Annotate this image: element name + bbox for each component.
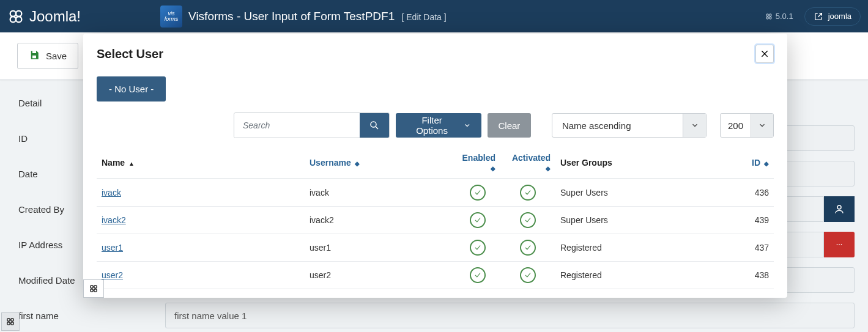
user-enabled-cell (454, 179, 500, 207)
check-icon (470, 212, 486, 228)
user-groups-cell: Super Users (555, 207, 737, 234)
check-icon (520, 212, 536, 228)
col-header-id[interactable]: ID ◆ (737, 147, 774, 179)
filter-options-button[interactable]: Filter Options (396, 113, 481, 138)
select-user-modal: Select User - No User - Filter Options C… (83, 34, 787, 298)
user-name-link[interactable]: user1 (102, 243, 123, 253)
user-id-cell: 437 (737, 234, 774, 262)
user-enabled-cell (454, 207, 500, 234)
user-username-cell: ivack (305, 179, 454, 207)
user-activated-cell (500, 262, 555, 289)
check-icon (520, 267, 536, 283)
table-row: ivackivackSuper Users436 (97, 179, 774, 207)
user-activated-cell (500, 179, 555, 207)
user-id-cell: 438 (737, 262, 774, 289)
table-row: user2user2Registered438 (97, 262, 774, 289)
modal-title: Select User (97, 47, 163, 61)
user-name-link[interactable]: user2 (102, 270, 123, 280)
user-table: Name ▲ Username ◆ Enabled ◆ Activated ◆ … (97, 147, 774, 289)
svg-point-20 (94, 286, 97, 289)
user-name-link[interactable]: ivack (102, 188, 121, 197)
col-header-name[interactable]: Name ▲ (97, 147, 305, 179)
col-header-activated[interactable]: Activated ◆ (500, 147, 555, 179)
col-header-username[interactable]: Username ◆ (305, 147, 454, 179)
check-icon (520, 240, 536, 256)
user-name-link[interactable]: ivack2 (102, 215, 126, 225)
chevron-down-icon (751, 114, 773, 137)
col-header-enabled[interactable]: Enabled ◆ (454, 147, 500, 179)
user-activated-cell (500, 234, 555, 262)
sort-asc-icon: ▲ (128, 160, 135, 167)
user-enabled-cell (454, 234, 500, 262)
user-username-cell: user2 (305, 262, 454, 289)
limit-select-value: 200 (721, 120, 751, 131)
sort-select-value: Name ascending (552, 120, 683, 131)
svg-point-18 (371, 122, 376, 127)
limit-select[interactable]: 200 (720, 113, 774, 138)
table-row: user1user1Registered437 (97, 234, 774, 262)
user-groups-cell: Registered (555, 262, 737, 289)
sort-select[interactable]: Name ascending (552, 113, 707, 138)
no-user-button[interactable]: - No User - (97, 76, 166, 101)
sort-icon: ◆ (355, 160, 360, 167)
sort-icon: ◆ (764, 160, 769, 167)
search-icon (369, 120, 380, 131)
check-icon (470, 185, 486, 201)
col-header-groups: User Groups (555, 147, 737, 179)
modal-close-button[interactable] (755, 45, 774, 63)
filter-bar: Filter Options Clear Name ascending 200 (234, 113, 774, 138)
user-enabled-cell (454, 262, 500, 289)
user-groups-cell: Registered (555, 234, 737, 262)
svg-point-19 (91, 286, 94, 289)
user-groups-cell: Super Users (555, 179, 737, 207)
check-icon (470, 267, 486, 283)
search-button[interactable] (360, 113, 389, 138)
modal-footer-joomla-icon[interactable] (83, 279, 104, 298)
chevron-down-icon (683, 114, 706, 137)
chevron-down-icon (463, 121, 471, 130)
check-icon (520, 185, 536, 201)
table-row: ivack2ivack2Super Users439 (97, 207, 774, 234)
filter-options-label: Filter Options (406, 115, 458, 136)
svg-point-21 (91, 289, 94, 292)
user-id-cell: 439 (737, 207, 774, 234)
user-username-cell: ivack2 (305, 207, 454, 234)
sort-icon: ◆ (546, 165, 551, 172)
user-activated-cell (500, 207, 555, 234)
close-icon (760, 49, 770, 59)
check-icon (470, 240, 486, 256)
svg-point-22 (94, 289, 97, 292)
search-input[interactable] (234, 113, 360, 138)
user-username-cell: user1 (305, 234, 454, 262)
user-id-cell: 436 (737, 179, 774, 207)
clear-button[interactable]: Clear (488, 113, 532, 138)
sort-icon: ◆ (491, 165, 495, 172)
